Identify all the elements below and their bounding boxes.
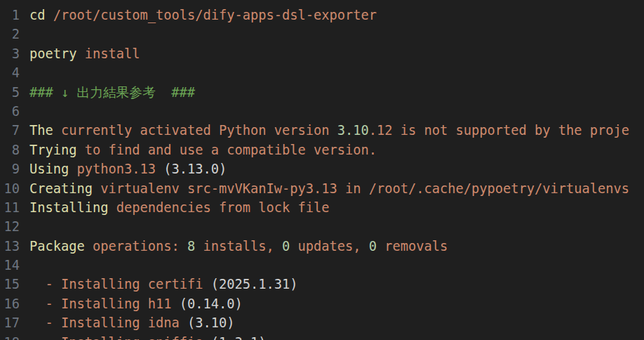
token: 8 (187, 239, 195, 254)
token: operations: (85, 239, 187, 254)
code-line[interactable]: 5### ↓ 出力結果参考 ### (0, 83, 644, 102)
code-line[interactable]: 10Creating virtualenv src-mvVKanIw-py3.1… (0, 179, 644, 198)
code-line-content[interactable]: The currently activated Python version 3… (29, 121, 629, 140)
line-number[interactable]: 2 (0, 25, 20, 44)
token: removals (377, 239, 448, 254)
token: Creating (29, 181, 93, 196)
token: (0.14.0) (180, 296, 243, 311)
token: virtualenv src-mvVKanIw-py3.13 in /root/… (93, 181, 629, 196)
token: (1.3.1) (211, 335, 267, 340)
code-line[interactable]: 13Package operations: 8 installs, 0 upda… (0, 237, 644, 256)
line-number[interactable]: 11 (0, 198, 20, 217)
code-line[interactable]: 6 (0, 102, 644, 121)
code-line-content[interactable]: cd /root/custom_tools/dify-apps-dsl-expo… (29, 6, 377, 25)
line-number[interactable]: 16 (0, 294, 20, 313)
line-number[interactable]: 5 (0, 83, 20, 102)
line-number[interactable]: 12 (0, 217, 20, 236)
token: 0 (369, 239, 377, 254)
token: dependencies from lock file (109, 200, 330, 215)
token: cd (29, 8, 46, 22)
line-number[interactable]: 7 (0, 121, 20, 140)
token: - Installing h11 (29, 296, 180, 311)
line-number[interactable]: 13 (0, 237, 20, 256)
code-line-content[interactable]: ### ↓ 出力結果参考 ### (29, 83, 195, 102)
token: to find and use a compatible version. (77, 143, 377, 157)
token: install (77, 46, 140, 61)
token: - Installing idna (29, 315, 187, 330)
token: updates, (290, 239, 369, 254)
code-line-content[interactable]: - Installing sniffio (1.3.1) (29, 333, 267, 340)
code-line[interactable]: 15 - Installing certifi (2025.1.31) (0, 275, 644, 294)
token: .12 is not supported by the proje (369, 123, 629, 138)
code-line-content[interactable]: - Installing certifi (2025.1.31) (29, 275, 298, 294)
code-editor[interactable]: 1cd /root/custom_tools/dify-apps-dsl-exp… (0, 0, 644, 340)
token: python3.13 (69, 162, 163, 176)
line-number[interactable]: 9 (0, 159, 20, 178)
code-line-content[interactable]: - Installing h11 (0.14.0) (29, 294, 243, 313)
token: - Installing certifi (29, 277, 211, 292)
code-line[interactable]: 8Trying to find and use a compatible ver… (0, 140, 644, 159)
line-number[interactable]: 8 (0, 140, 20, 159)
code-line[interactable]: 11Installing dependencies from lock file (0, 198, 644, 217)
line-number[interactable]: 6 (0, 102, 20, 121)
line-number[interactable]: 14 (0, 256, 20, 275)
line-number[interactable]: 10 (0, 179, 20, 198)
code-line[interactable]: 16 - Installing h11 (0.14.0) (0, 294, 644, 313)
token: 3.10 (337, 123, 369, 138)
code-line-content[interactable]: Creating virtualenv src-mvVKanIw-py3.13 … (29, 179, 629, 198)
code-line[interactable]: 12 (0, 217, 644, 236)
code-line[interactable]: 9Using python3.13 (3.13.0) (0, 159, 644, 178)
code-line-content[interactable]: Using python3.13 (3.13.0) (29, 159, 227, 178)
token: Installing (29, 200, 109, 215)
token: /root/custom_tools/dify-apps-dsl-exporte… (46, 8, 377, 22)
line-number[interactable]: 18 (0, 333, 20, 340)
token: Package (29, 239, 85, 254)
code-line-content[interactable]: poetry install (29, 44, 140, 63)
token: The (29, 123, 53, 138)
code-line[interactable]: 17 - Installing idna (3.10) (0, 313, 644, 332)
token: ### ↓ 出力結果参考 ### (29, 85, 195, 100)
line-number[interactable]: 17 (0, 313, 20, 332)
code-line[interactable]: 3poetry install (0, 44, 644, 63)
token: - Installing sniffio (29, 335, 211, 340)
code-line-content[interactable]: Trying to find and use a compatible vers… (29, 140, 377, 159)
token: Using (29, 162, 69, 176)
code-line[interactable]: 18 - Installing sniffio (1.3.1) (0, 333, 644, 340)
token: 0 (282, 239, 290, 254)
code-line[interactable]: 7The currently activated Python version … (0, 121, 644, 140)
token: currently activated Python version (53, 123, 337, 138)
token: poetry (29, 46, 77, 61)
token: (3.10) (187, 315, 235, 330)
token: (3.13.0) (163, 162, 227, 176)
token: (2025.1.31) (211, 277, 298, 292)
line-number[interactable]: 4 (0, 63, 20, 82)
code-line-content[interactable]: Package operations: 8 installs, 0 update… (29, 237, 448, 256)
code-line-content[interactable]: Installing dependencies from lock file (29, 198, 330, 217)
code-line[interactable]: 2 (0, 25, 644, 44)
token: Trying (29, 143, 77, 157)
line-number[interactable]: 3 (0, 44, 20, 63)
line-number[interactable]: 15 (0, 275, 20, 294)
code-line-content[interactable]: - Installing idna (3.10) (29, 313, 235, 332)
code-line[interactable]: 4 (0, 63, 644, 82)
line-number[interactable]: 1 (0, 6, 20, 25)
token: installs, (195, 239, 282, 254)
code-line[interactable]: 1cd /root/custom_tools/dify-apps-dsl-exp… (0, 6, 644, 25)
code-line[interactable]: 14 (0, 256, 644, 275)
